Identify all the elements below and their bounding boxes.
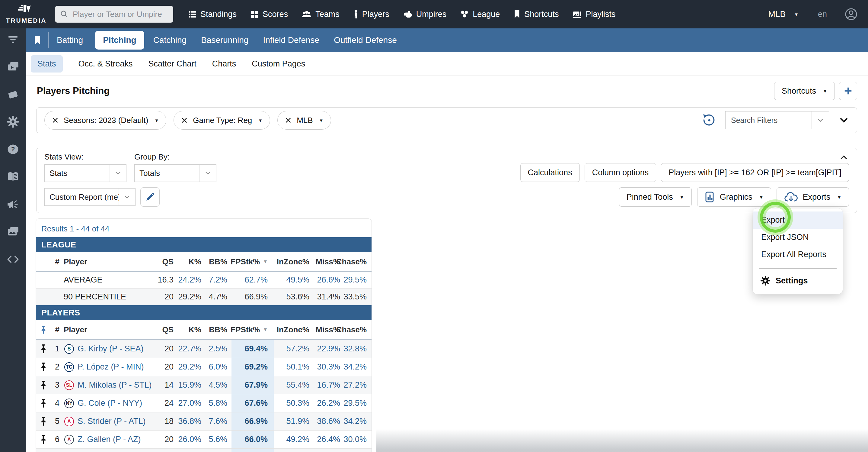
stat-value[interactable]: 50.1% [274,358,314,376]
stat-value[interactable]: 24.6% [178,449,206,452]
stat-value[interactable]: 66.0% [231,430,274,448]
column-header-fpstk[interactable]: FPStk%▼ [231,252,274,271]
column-header-chase[interactable]: Chase% [344,252,371,271]
column-header-bb[interactable]: BB% [206,252,231,271]
language-label[interactable]: en [818,10,827,19]
global-search-input[interactable] [72,9,175,19]
league-selector[interactable]: MLB ▼ [768,9,799,19]
stat-value[interactable]: 49.5% [274,272,314,288]
player-link[interactable]: G. Kirby (P - SEA) [78,344,144,354]
stat-value[interactable]: 26.2% [314,394,344,412]
stat-value[interactable]: 15.9% [178,376,206,394]
top-nav-playlists[interactable]: Playlists [572,10,615,19]
sort-desc-icon[interactable]: ▼ [263,259,268,264]
filter-history-icon[interactable] [702,114,716,127]
remove-filter-icon[interactable] [181,117,188,123]
edit-report-button[interactable] [140,187,160,207]
sidebar-video-library-icon[interactable] [6,60,20,74]
stat-value[interactable]: 51.9% [274,413,314,430]
stat-value[interactable]: 29.2% [178,358,206,376]
stat-value[interactable]: 38.6% [314,413,344,430]
stat-value[interactable]: 27.2% [344,376,371,394]
sport-nav-infield-defense[interactable]: Infield Defense [263,35,319,45]
stat-value[interactable]: 4.5% [206,376,231,394]
row-pin-icon[interactable] [36,430,51,448]
stat-value[interactable]: 50.3% [274,394,314,412]
calculations-button[interactable]: Calculations [520,163,580,182]
row-pin-icon[interactable] [36,413,51,430]
row-pin-icon[interactable] [36,394,51,412]
sidebar-embed-code-icon[interactable] [6,253,20,266]
stat-value[interactable]: 7.6% [206,413,231,430]
stat-value[interactable]: 22.7% [178,340,206,358]
remove-filter-icon[interactable] [52,117,59,123]
filter-pill-mlb[interactable]: MLB▼ [277,111,331,130]
stat-value[interactable]: 32.8% [344,340,371,358]
player-link[interactable]: Z. Gallen (P - AZ) [78,435,141,444]
stat-value[interactable]: 26.0% [178,430,206,448]
stat-value[interactable]: 57.2% [274,340,314,358]
top-nav-shortcuts[interactable]: Shortcuts [514,10,559,19]
stat-value[interactable]: 53.6% [274,449,314,452]
stat-value[interactable]: 16.7% [314,376,344,394]
stat-value[interactable]: 55.4% [274,376,314,394]
chevron-down-icon[interactable] [812,112,829,129]
stat-value[interactable]: 67.9% [231,376,274,394]
stat-value[interactable]: 29.5% [344,394,371,412]
exports-dropdown[interactable]: Exports ▼ [777,187,849,207]
column-header-player[interactable]: Player [64,252,153,271]
export-menu-item-export-all-reports[interactable]: Export All Reports [753,246,843,263]
view-nav-scatter-chart[interactable]: Scatter Chart [149,59,196,68]
column-options-button[interactable]: Column options [585,163,656,182]
stat-value[interactable]: 7.2% [206,272,231,288]
view-nav-charts[interactable]: Charts [212,59,236,68]
sidebar-image-library-icon[interactable] [6,225,20,238]
column-header-[interactable]: # [51,252,64,271]
collapse-controls-icon[interactable] [839,153,848,162]
player-link[interactable]: G. Cole (P - NYY) [78,398,142,408]
stat-value[interactable]: 67.6% [231,394,274,412]
stat-value[interactable]: 34.2% [344,358,371,376]
search-filters-box[interactable] [725,111,829,129]
top-nav-players[interactable]: Players [353,10,389,19]
column-header-bb[interactable]: BB% [206,320,231,339]
remove-filter-icon[interactable] [285,117,291,123]
column-header-fpstk[interactable]: FPStk%▼ [231,320,274,339]
bookmark-icon[interactable] [34,35,41,45]
player-link[interactable]: P. López (P - MIN) [78,362,144,372]
graphics-dropdown[interactable]: Graphics ▼ [697,187,771,207]
stat-value[interactable]: 5.0% [206,449,231,452]
export-menu-item-export[interactable]: Export [753,211,843,229]
export-menu-item-export-json[interactable]: Export JSON [753,229,843,246]
search-filters-input[interactable] [725,116,812,125]
pinned-tools-dropdown[interactable]: Pinned Tools ▼ [619,187,692,207]
column-header-inzone[interactable]: InZone% [274,320,314,339]
sidebar-glossary-book-icon[interactable] [6,170,20,183]
stat-value[interactable]: 27.0% [178,394,206,412]
top-nav-umpires[interactable]: Umpires [403,10,447,19]
stat-value[interactable]: 24.2% [178,272,206,288]
view-nav-occ-streaks[interactable]: Occ. & Streaks [79,59,133,68]
custom-report-select[interactable]: Custom Report (me) [44,188,135,206]
stat-value[interactable]: 29.5% [344,272,371,288]
filter-pill-seasons-2023-default[interactable]: Seasons: 2023 (Default)▼ [44,111,166,130]
add-shortcut-button[interactable] [839,82,857,100]
sidebar-help-icon[interactable]: ? [6,143,20,156]
stat-value[interactable]: 26.4% [314,430,344,448]
top-nav-league[interactable]: League [460,10,500,19]
column-header-qs[interactable]: QS [153,320,178,339]
stats-view-select[interactable]: Stats [44,164,126,182]
shortcuts-dropdown[interactable]: Shortcuts ▼ [774,82,835,100]
top-nav-teams[interactable]: Teams [302,10,340,19]
sidebar-flashcards-icon[interactable] [6,88,20,101]
column-header-k[interactable]: K% [178,252,206,271]
stat-value[interactable]: 66.9% [231,413,274,430]
stat-value[interactable]: 31.7% [344,449,371,452]
pin-column-header[interactable] [36,320,51,339]
stat-value[interactable]: 24.0% [314,449,344,452]
stat-value[interactable]: 69.4% [231,340,274,358]
sport-nav-outfield-defense[interactable]: Outfield Defense [334,35,397,45]
stat-value[interactable]: 30.0% [344,430,371,448]
stat-value[interactable]: 5.6% [206,430,231,448]
sidebar-gear-icon[interactable] [6,115,20,129]
